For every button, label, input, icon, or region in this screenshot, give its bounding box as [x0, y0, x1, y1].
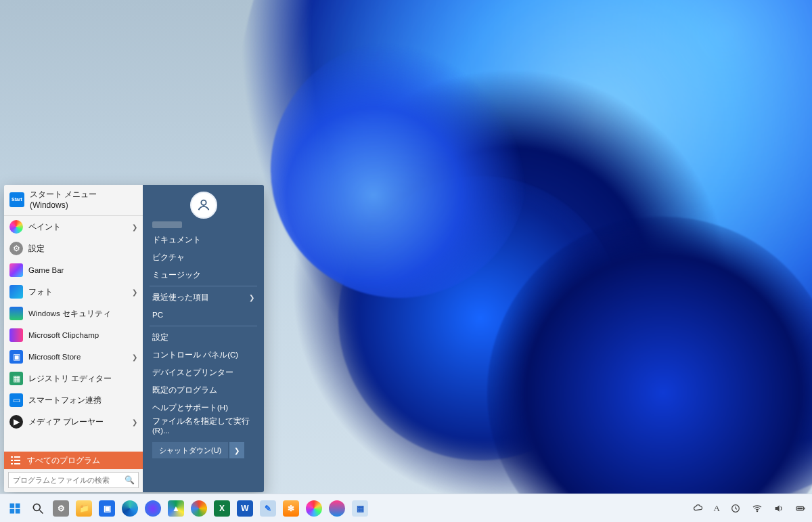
taskbar-copilot[interactable]	[143, 499, 162, 518]
paint-icon	[9, 220, 23, 234]
app-label: Windows セキュリティ	[28, 309, 111, 319]
nav-music[interactable]: ミュージック	[143, 266, 264, 284]
nav-help-support[interactable]: ヘルプとサポート(H)	[143, 399, 264, 416]
app-label: フォト	[28, 287, 53, 297]
taskbar-settings[interactable]: ⚙	[51, 499, 70, 518]
app-media-player[interactable]: ▶ メディア プレーヤー ❯	[4, 411, 143, 433]
taskbar-paint[interactable]	[304, 499, 323, 518]
chevron-right-icon: ❯	[132, 418, 137, 426]
user-section[interactable]	[143, 185, 264, 221]
shutdown-button[interactable]: シャットダウン(U) ❯	[152, 442, 257, 458]
start-menu-title: スタート メニュー (Windows)	[30, 189, 137, 210]
taskbar-app-b[interactable]: ✻	[281, 499, 300, 518]
nav-settings[interactable]: 設定	[143, 328, 264, 346]
nav-pictures[interactable]: ピクチャ	[143, 248, 264, 266]
nav-run[interactable]: ファイル名を指定して実行(R)...	[143, 416, 264, 434]
nav-pc[interactable]: PC	[143, 306, 264, 324]
chevron-right-icon: ❯	[132, 353, 137, 361]
search-input[interactable]	[8, 472, 139, 488]
svg-rect-10	[804, 507, 805, 509]
start-menu-right: ドキュメント ピクチャ ミュージック 最近使った項目 ❯ PC 設定 コントロー…	[143, 185, 264, 492]
search-icon: 🔍	[125, 475, 135, 485]
svg-rect-4	[16, 508, 20, 513]
clipchamp-icon	[9, 328, 23, 342]
app-label: Game Bar	[28, 266, 64, 274]
start-badge-icon: Start	[9, 192, 24, 207]
app-regedit[interactable]: ▦ レジストリ エディター	[4, 368, 143, 389]
start-menu-header[interactable]: Start スタート メニュー (Windows)	[4, 185, 143, 216]
app-label: スマートフォン連携	[28, 395, 102, 406]
taskbar-app-d[interactable]: ▦	[351, 499, 369, 518]
system-tray: A	[692, 502, 807, 515]
taskbar: ⚙ 📁 ▣ ▲ X W ✎ ✻ ▦ A	[0, 494, 812, 522]
gear-icon: ⚙	[9, 242, 23, 255]
avatar-icon	[190, 192, 217, 219]
phone-link-icon: ▭	[9, 393, 23, 407]
svg-point-0	[201, 200, 206, 205]
app-label: ペイント	[28, 222, 61, 232]
svg-point-5	[33, 504, 40, 510]
taskbar-app-a[interactable]: ✎	[258, 499, 277, 518]
svg-rect-2	[16, 503, 20, 508]
volume-icon[interactable]	[773, 502, 785, 515]
app-paint[interactable]: ペイント ❯	[4, 216, 143, 238]
app-label: Microsoft Clipchamp	[28, 331, 99, 339]
svg-point-8	[757, 510, 757, 511]
chevron-right-icon: ❯	[132, 288, 137, 296]
onedrive-icon[interactable]	[692, 502, 704, 515]
app-photos[interactable]: フォト ❯	[4, 281, 143, 303]
shield-icon	[9, 307, 23, 320]
app-phone-link[interactable]: ▭ スマートフォン連携	[4, 389, 143, 411]
taskbar-search-button[interactable]	[28, 499, 47, 518]
taskbar-excel[interactable]: X	[212, 499, 231, 518]
nav-default-programs[interactable]: 既定のプログラム	[143, 381, 264, 399]
user-name-placeholder	[152, 221, 182, 228]
app-ms-store[interactable]: ▣ Microsoft Store ❯	[4, 346, 143, 368]
media-player-icon: ▶	[9, 415, 23, 429]
store-icon: ▣	[9, 350, 23, 364]
taskbar-start-button[interactable]	[5, 499, 24, 518]
app-gamebar[interactable]: Game Bar	[4, 259, 143, 281]
nav-devices-printers[interactable]: デバイスとプリンター	[143, 364, 264, 381]
registry-icon: ▦	[9, 372, 23, 385]
taskbar-chrome[interactable]	[189, 499, 208, 518]
separator	[150, 326, 257, 326]
clock-icon[interactable]	[729, 502, 742, 515]
taskbar-explorer[interactable]: 📁	[74, 499, 93, 518]
app-windows-security[interactable]: Windows セキュリティ	[4, 303, 143, 324]
app-label: 設定	[28, 244, 45, 254]
photos-icon	[9, 285, 23, 299]
wifi-icon[interactable]	[751, 502, 763, 515]
nav-documents[interactable]: ドキュメント	[143, 231, 264, 248]
app-label: メディア プレーヤー	[28, 417, 104, 427]
app-label: Microsoft Store	[28, 353, 81, 361]
start-menu: Start スタート メニュー (Windows) ペイント ❯ ⚙ 設定 Ga…	[4, 185, 264, 492]
taskbar-word[interactable]: W	[235, 499, 254, 518]
app-settings[interactable]: ⚙ 設定	[4, 238, 143, 259]
taskbar-edge[interactable]	[120, 499, 139, 518]
list-icon	[11, 456, 20, 464]
taskbar-apps: ⚙ 📁 ▣ ▲ X W ✎ ✻ ▦	[5, 499, 369, 518]
gamebar-icon	[9, 263, 23, 277]
chevron-right-icon: ❯	[132, 223, 137, 231]
nav-recent[interactable]: 最近使った項目 ❯	[143, 288, 264, 306]
shutdown-options-button[interactable]: ❯	[229, 442, 244, 458]
svg-rect-3	[10, 508, 15, 513]
search-row: 🔍	[4, 469, 143, 492]
app-clipchamp[interactable]: Microsoft Clipchamp	[4, 324, 143, 346]
pinned-apps-list: ペイント ❯ ⚙ 設定 Game Bar フォト ❯ Windows セキュリテ…	[4, 216, 143, 452]
separator	[150, 286, 257, 286]
taskbar-drive[interactable]: ▲	[166, 499, 185, 518]
svg-line-6	[40, 510, 43, 513]
nav-control-panel[interactable]: コントロール パネル(C)	[143, 346, 264, 364]
all-programs-button[interactable]: すべてのプログラム	[4, 452, 143, 469]
all-programs-label: すべてのプログラム	[27, 456, 100, 466]
battery-icon[interactable]	[794, 502, 807, 515]
svg-rect-11	[797, 507, 803, 509]
chevron-right-icon: ❯	[249, 294, 254, 301]
taskbar-app-c[interactable]	[328, 499, 346, 518]
ime-indicator[interactable]: A	[714, 503, 720, 514]
app-label: レジストリ エディター	[28, 374, 112, 384]
start-menu-left: Start スタート メニュー (Windows) ペイント ❯ ⚙ 設定 Ga…	[4, 185, 143, 492]
taskbar-store[interactable]: ▣	[97, 499, 116, 518]
